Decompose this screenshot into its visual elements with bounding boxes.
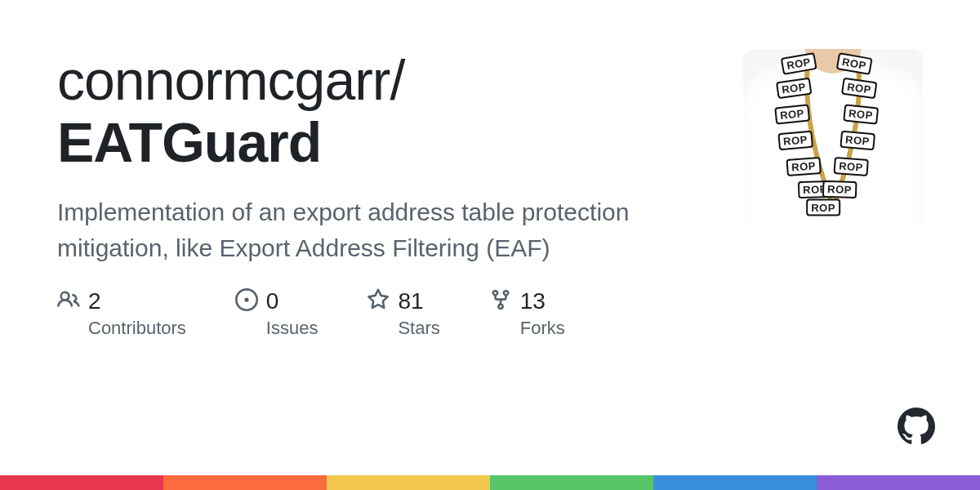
repo-forked-icon xyxy=(489,288,512,314)
stat-issues-label: Issues xyxy=(266,318,318,339)
stat-forks-top: 13 xyxy=(489,288,565,314)
rainbow-seg-5 xyxy=(653,475,817,490)
issue-opened-icon xyxy=(235,288,258,314)
stat-issues[interactable]: 0 Issues xyxy=(235,288,318,339)
github-logo-icon xyxy=(898,408,935,445)
stat-forks[interactable]: 13 Forks xyxy=(489,288,565,339)
repo-social-card: connormcgarr/ EATGuard Implementation of… xyxy=(0,0,980,490)
repo-avatar: ROPROPROPROPROPROPROPROPROPROPROPROPROP xyxy=(743,49,923,229)
stat-contributors[interactable]: 2 Contributors xyxy=(57,288,186,339)
stat-stars-label: Stars xyxy=(398,318,439,339)
stat-stars[interactable]: 81 Stars xyxy=(367,288,439,339)
rainbow-seg-1 xyxy=(0,475,163,490)
stat-forks-label: Forks xyxy=(520,318,565,339)
stat-contributors-label: Contributors xyxy=(88,318,186,339)
rainbow-seg-3 xyxy=(327,475,490,490)
text-column: connormcgarr/ EATGuard Implementation of… xyxy=(57,49,694,339)
star-icon xyxy=(367,288,390,314)
owner-repo-separator: / xyxy=(390,49,405,111)
rainbow-seg-6 xyxy=(817,475,980,490)
stat-contributors-top: 2 xyxy=(57,288,186,314)
main-row: connormcgarr/ EATGuard Implementation of… xyxy=(57,49,923,339)
repo-owner[interactable]: connormcgarr xyxy=(57,49,390,111)
stats-row: 2 Contributors 0 Issues xyxy=(57,288,694,339)
repo-name[interactable]: EATGuard xyxy=(57,111,694,173)
stat-stars-value: 81 xyxy=(398,288,423,314)
stat-stars-top: 81 xyxy=(367,288,439,314)
avatar-shirt xyxy=(743,64,923,229)
rainbow-seg-2 xyxy=(163,475,327,490)
stat-issues-value: 0 xyxy=(266,288,279,314)
stat-forks-value: 13 xyxy=(520,288,546,314)
stat-contributors-value: 2 xyxy=(88,288,101,314)
rainbow-bar xyxy=(0,475,980,490)
rainbow-seg-4 xyxy=(490,475,653,490)
repo-title: connormcgarr/ EATGuard xyxy=(57,49,694,173)
repo-description: Implementation of an export address tabl… xyxy=(57,194,678,265)
people-icon xyxy=(57,288,80,314)
stat-issues-top: 0 xyxy=(235,288,318,314)
